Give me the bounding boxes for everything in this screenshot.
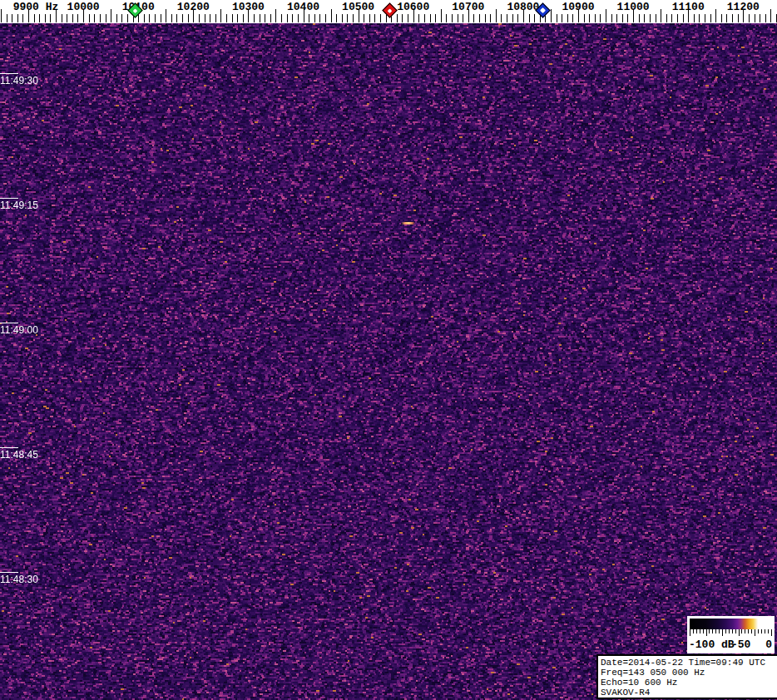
- freq-tick: [732, 14, 733, 22]
- freq-tick: [199, 14, 200, 22]
- freq-tick: [243, 14, 244, 22]
- freq-tick: [496, 9, 497, 22]
- freq-tick: [72, 14, 73, 22]
- freq-tick: [116, 14, 117, 22]
- station-info-box: Date=2014-05-22 Time=09:49 UTC Freq=143 …: [596, 654, 777, 699]
- freq-tick: [161, 14, 161, 22]
- freq-tick: [683, 14, 684, 22]
- db-tick: [693, 629, 694, 633]
- freq-tick: [182, 14, 183, 22]
- freq-tick: [237, 14, 238, 22]
- freq-tick: [584, 14, 585, 22]
- freq-tick: [656, 14, 656, 22]
- freq-tick: [298, 14, 299, 22]
- freq-tick: [309, 14, 309, 22]
- freq-tick: [517, 14, 518, 22]
- freq-tick: [34, 14, 35, 22]
- freq-tick: [567, 14, 568, 22]
- time-label: 11:48:30: [0, 574, 38, 585]
- db-tick: [745, 629, 745, 633]
- db-tick: [722, 629, 723, 636]
- freq-tick: [353, 14, 354, 22]
- freq-tick: [627, 14, 628, 22]
- freq-tick: [7, 14, 7, 22]
- freq-tick: [62, 14, 62, 22]
- freq-tick: [215, 14, 216, 22]
- freq-tick: [534, 14, 535, 22]
- freq-tick: [254, 14, 255, 22]
- freq-tick: [144, 14, 145, 22]
- freq-tick: [755, 14, 755, 22]
- freq-tick: [589, 14, 590, 22]
- freq-tick: [205, 14, 205, 22]
- freq-tick: [726, 14, 727, 22]
- time-tick: [0, 323, 18, 323]
- freq-tick: [572, 14, 573, 22]
- db-tick: [741, 629, 742, 633]
- freq-label: 10700: [452, 1, 484, 13]
- freq-tick: [176, 14, 177, 22]
- db-label-max: 0: [765, 638, 772, 651]
- db-tick: [729, 629, 730, 633]
- freq-tick: [89, 14, 90, 22]
- freq-tick: [490, 14, 491, 22]
- freq-tick: [220, 9, 221, 22]
- freq-label: 10900: [562, 1, 594, 13]
- freq-tick: [661, 9, 661, 22]
- db-tick: [706, 629, 707, 636]
- db-color-legend: -100 dB -50 0: [687, 616, 775, 653]
- freq-tick: [738, 14, 739, 22]
- freq-tick: [342, 14, 343, 22]
- freq-tick: [424, 14, 425, 22]
- freq-tick: [765, 14, 766, 22]
- freq-tick: [226, 14, 227, 22]
- db-tick: [715, 629, 716, 633]
- freq-tick: [595, 14, 596, 22]
- freq-tick: [260, 14, 260, 22]
- db-tick: [758, 629, 759, 633]
- freq-tick: [12, 14, 12, 22]
- freq-tick: [50, 14, 51, 22]
- freq-tick: [452, 14, 453, 22]
- freq-tick: [551, 9, 552, 22]
- db-tick: [735, 629, 736, 633]
- db-tick: [712, 629, 713, 633]
- freq-tick: [501, 14, 502, 22]
- freq-tick: [512, 14, 513, 22]
- freq-tick: [435, 14, 436, 22]
- freq-tick: [650, 14, 651, 22]
- freq-tick: [699, 14, 700, 22]
- db-tick: [709, 629, 710, 633]
- freq-tick: [281, 14, 282, 22]
- info-station: SVAKOV-R4: [601, 688, 775, 698]
- freq-tick: [67, 14, 67, 22]
- freq-tick: [715, 9, 716, 22]
- freq-tick: [127, 14, 128, 22]
- db-tick: [696, 629, 697, 633]
- freq-tick: [473, 14, 474, 22]
- freq-tick: [705, 14, 705, 22]
- freq-tick: [557, 14, 557, 22]
- freq-tick: [611, 14, 612, 22]
- freq-tick: [106, 14, 106, 22]
- freq-tick: [606, 9, 606, 22]
- freq-tick: [507, 14, 507, 22]
- time-tick: [0, 447, 18, 448]
- freq-label: 11200: [727, 1, 760, 13]
- freq-tick: [622, 14, 623, 22]
- red-marker-diamond-icon[interactable]: [383, 2, 398, 17]
- freq-tick: [529, 14, 530, 22]
- freq-tick: [458, 14, 458, 22]
- db-tick: [765, 629, 765, 633]
- freq-tick: [562, 14, 562, 22]
- freq-tick: [749, 14, 750, 22]
- time-label: 11:48:45: [0, 449, 38, 461]
- freq-tick: [463, 14, 463, 22]
- freq-tick: [287, 14, 288, 22]
- db-tick: [719, 629, 720, 633]
- freq-label: 11000: [617, 1, 650, 13]
- time-label: 11:49:00: [0, 324, 38, 336]
- freq-tick: [155, 14, 156, 22]
- freq-tick: [441, 9, 442, 22]
- freq-tick: [121, 14, 122, 22]
